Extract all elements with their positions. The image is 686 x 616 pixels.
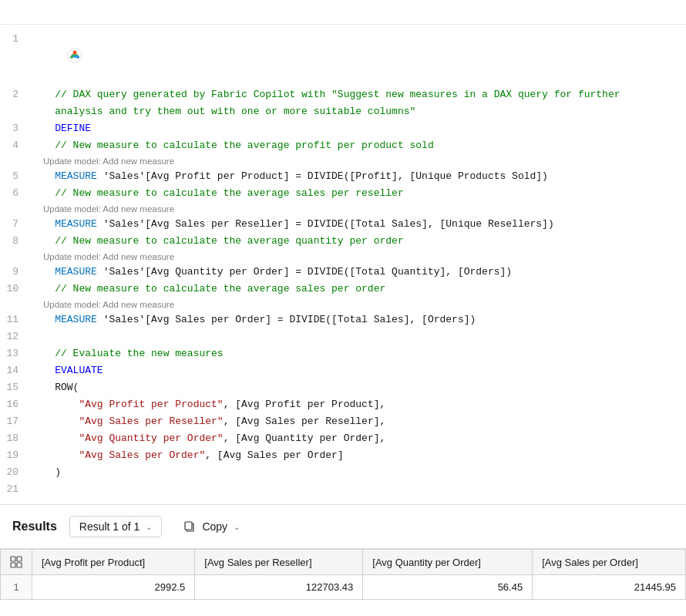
col-header-3: [Avg Quantity per Order] (363, 550, 533, 575)
line-content-20: ) (31, 464, 686, 481)
subline-4: Update model: Add new measure (0, 154, 686, 168)
table-row: 1 2992.5 122703.43 56.45 21445.95 (1, 575, 686, 600)
row-number-cell: 1 (1, 575, 32, 600)
code-line-13: 13 // Evaluate the new measures (0, 345, 686, 362)
line-content-12 (31, 328, 686, 345)
svg-rect-6 (11, 557, 15, 561)
line-content-6: // New measure to calculate the average … (31, 185, 686, 202)
code-line-2b: analysis and try them out with one or mo… (0, 103, 686, 120)
copy-chevron-icon: ⌄ (234, 523, 240, 531)
line-content-2b: analysis and try them out with one or mo… (31, 103, 686, 120)
grid-icon (10, 556, 22, 568)
results-header: Results Result 1 of 1 ⌄ Copy ⌄ (0, 505, 686, 549)
results-label: Results (12, 520, 57, 534)
line-content-4: // New measure to calculate the average … (31, 137, 686, 154)
code-line-6: 6 // New measure to calculate the averag… (0, 185, 686, 202)
line-content-3: DEFINE (31, 120, 686, 137)
subline-6: Update model: Add new measure (0, 202, 686, 216)
line-num-16: 16 (0, 396, 31, 413)
line-num-9: 9 (0, 264, 31, 281)
svg-rect-7 (17, 557, 22, 561)
code-line-1: 1 (0, 31, 686, 86)
col-header-2: [Avg Sales per Reseller] (195, 550, 363, 575)
avg-sales-order-cell: 21445.95 (533, 575, 686, 600)
avg-sales-reseller-cell: 122703.43 (195, 575, 363, 600)
line-num-1: 1 (0, 31, 31, 48)
line-content-16: "Avg Profit per Product", [Avg Profit pe… (31, 396, 686, 413)
line-num-10: 10 (0, 281, 31, 298)
line-num-17: 17 (0, 413, 31, 430)
code-line-9: 9 MEASURE 'Sales'[Avg Quantity per Order… (0, 264, 686, 281)
code-line-2: 2 // DAX query generated by Fabric Copil… (0, 86, 686, 103)
results-section: Results Result 1 of 1 ⌄ Copy ⌄ (0, 505, 686, 600)
code-line-15: 15 ROW( (0, 379, 686, 396)
code-line-8: 8 // New measure to calculate the averag… (0, 233, 686, 250)
line-content-13: // Evaluate the new measures (31, 345, 686, 362)
line-num-2: 2 (0, 86, 31, 103)
svg-point-1 (72, 51, 76, 55)
results-table: [Avg Profit per Product] [Avg Sales per … (0, 549, 686, 600)
col-header-1: [Avg Profit per Product] (32, 550, 195, 575)
line-content-7: MEASURE 'Sales'[Avg Sales per Reseller] … (31, 216, 686, 233)
line-num-6: 6 (0, 185, 31, 202)
line-content-8: // New measure to calculate the average … (31, 233, 686, 250)
line-content-18: "Avg Quantity per Order", [Avg Quantity … (31, 430, 686, 447)
code-line-4: 4 // New measure to calculate the averag… (0, 137, 686, 154)
table-header-row: [Avg Profit per Product] [Avg Sales per … (1, 550, 686, 575)
avg-profit-cell: 2992.5 (32, 575, 195, 600)
line-content-9: MEASURE 'Sales'[Avg Quantity per Order] … (31, 264, 686, 281)
code-line-20: 20 ) (0, 464, 686, 481)
line-num-13: 13 (0, 345, 31, 362)
svg-point-2 (70, 56, 73, 59)
line-content-21 (31, 481, 686, 498)
line-content-2: // DAX query generated by Fabric Copilot… (31, 86, 686, 103)
subline-10: Update model: Add new measure (0, 298, 686, 311)
copy-button[interactable]: Copy ⌄ (174, 517, 249, 537)
line-num-12: 12 (0, 328, 31, 345)
chevron-down-icon: ⌄ (146, 523, 152, 531)
line-num-18: 18 (0, 430, 31, 447)
code-line-14: 14 EVALUATE (0, 362, 686, 379)
code-line-12: 12 (0, 328, 686, 345)
line-num-5: 5 (0, 168, 31, 185)
svg-rect-8 (11, 563, 15, 567)
subline-8: Update model: Add new measure (0, 250, 686, 264)
svg-point-3 (76, 56, 79, 59)
copy-label: Copy (202, 520, 227, 533)
code-line-10: 10 // New measure to calculate the avera… (0, 281, 686, 298)
copy-icon (183, 520, 196, 533)
code-line-16: 16 "Avg Profit per Product", [Avg Profit… (0, 396, 686, 413)
line-content-14: EVALUATE (31, 362, 686, 379)
svg-rect-9 (17, 563, 22, 567)
line-content-11: MEASURE 'Sales'[Avg Sales per Order] = D… (31, 311, 686, 328)
line-content-10: // New measure to calculate the average … (31, 281, 686, 298)
line-num-15: 15 (0, 379, 31, 396)
line-num-4: 4 (0, 137, 31, 154)
line-num-19: 19 (0, 447, 31, 464)
code-area: 1 2 // DAX query generated by Fabric Cop… (0, 25, 686, 505)
result-of-text: Result 1 of 1 (79, 520, 140, 533)
top-bar (0, 0, 686, 25)
line-num-11: 11 (0, 311, 31, 328)
code-line-18: 18 "Avg Quantity per Order", [Avg Quanti… (0, 430, 686, 447)
code-line-19: 19 "Avg Sales per Order", [Avg Sales per… (0, 447, 686, 464)
grid-icon-header (1, 550, 32, 575)
svg-rect-5 (185, 522, 192, 530)
line-content-1 (31, 31, 686, 86)
code-line-3: 3 DEFINE (0, 120, 686, 137)
line-content-19: "Avg Sales per Order", [Avg Sales per Or… (31, 447, 686, 464)
code-line-7: 7 MEASURE 'Sales'[Avg Sales per Reseller… (0, 216, 686, 233)
line-num-14: 14 (0, 362, 31, 379)
col-header-4: [Avg Sales per Order] (533, 550, 686, 575)
avg-quantity-cell: 56.45 (363, 575, 533, 600)
line-content-5: MEASURE 'Sales'[Avg Profit per Product] … (31, 168, 686, 185)
line-num-8: 8 (0, 233, 31, 250)
code-line-11: 11 MEASURE 'Sales'[Avg Sales per Order] … (0, 311, 686, 328)
code-line-21: 21 (0, 481, 686, 498)
line-content-17: "Avg Sales per Reseller", [Avg Sales per… (31, 413, 686, 430)
line-num-20: 20 (0, 464, 31, 481)
result-dropdown-button[interactable]: Result 1 of 1 ⌄ (69, 516, 163, 537)
code-line-17: 17 "Avg Sales per Reseller", [Avg Sales … (0, 413, 686, 430)
line-content-15: ROW( (31, 379, 686, 396)
line-num-3: 3 (0, 120, 31, 137)
